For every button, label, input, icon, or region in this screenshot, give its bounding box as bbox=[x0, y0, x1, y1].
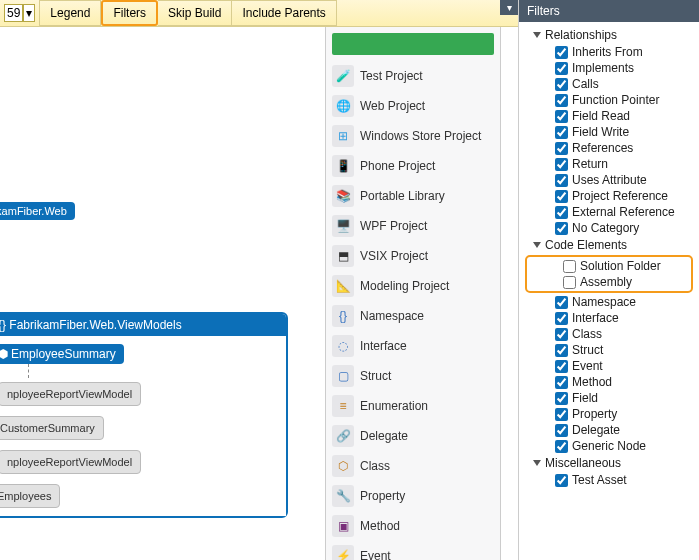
section-misc[interactable]: Miscellaneous bbox=[519, 454, 699, 472]
filter-checkbox[interactable] bbox=[555, 312, 568, 325]
filter-label[interactable]: Return bbox=[572, 157, 608, 171]
filter-checkbox[interactable] bbox=[555, 158, 568, 171]
project-type-item[interactable]: {}Namespace bbox=[326, 301, 500, 331]
filter-checkbox[interactable] bbox=[555, 110, 568, 123]
zoom-combo[interactable]: 59▾ bbox=[0, 0, 39, 26]
filter-label[interactable]: Interface bbox=[572, 311, 619, 325]
project-type-item[interactable]: 🌐Web Project bbox=[326, 91, 500, 121]
filter-checkbox[interactable] bbox=[555, 222, 568, 235]
project-type-item[interactable]: ⬒VSIX Project bbox=[326, 241, 500, 271]
filter-label[interactable]: References bbox=[572, 141, 633, 155]
project-type-item[interactable]: 📐Modeling Project bbox=[326, 271, 500, 301]
filter-label[interactable]: Calls bbox=[572, 77, 599, 91]
filter-checkbox-row: Implements bbox=[519, 60, 699, 76]
project-type-item[interactable]: 📱Phone Project bbox=[326, 151, 500, 181]
project-type-item[interactable]: ⊞Windows Store Project bbox=[326, 121, 500, 151]
filter-label[interactable]: No Category bbox=[572, 221, 639, 235]
container-viewmodels[interactable]: {} FabrikamFiber.Web.ViewModels ⬢ Employ… bbox=[0, 312, 288, 518]
filter-checkbox[interactable] bbox=[555, 62, 568, 75]
node-web[interactable]: akamFiber.Web bbox=[0, 202, 75, 220]
filter-checkbox[interactable] bbox=[563, 260, 576, 273]
node-report-vm-1[interactable]: nployeeReportViewModel bbox=[0, 382, 141, 406]
node-customer-summary[interactable]: tCustomerSummary bbox=[0, 416, 104, 440]
filter-label[interactable]: Solution Folder bbox=[580, 259, 661, 273]
filter-checkbox[interactable] bbox=[555, 392, 568, 405]
filter-label[interactable]: Struct bbox=[572, 343, 603, 357]
project-type-item[interactable]: 🔧Property bbox=[326, 481, 500, 511]
class-icon: ⬢ bbox=[0, 347, 8, 361]
filter-checkbox-row: Inherits From bbox=[519, 44, 699, 60]
filters-button[interactable]: Filters bbox=[101, 0, 158, 26]
filter-checkbox[interactable] bbox=[555, 408, 568, 421]
filter-label[interactable]: Event bbox=[572, 359, 603, 373]
node-report-vm-2[interactable]: nployeeReportViewModel bbox=[0, 450, 141, 474]
project-type-item[interactable]: ◌Interface bbox=[326, 331, 500, 361]
project-type-item[interactable]: 📚Portable Library bbox=[326, 181, 500, 211]
filter-label[interactable]: Property bbox=[572, 407, 617, 421]
filter-label[interactable]: Assembly bbox=[580, 275, 632, 289]
project-type-item[interactable]: 🖥️WPF Project bbox=[326, 211, 500, 241]
filter-checkbox[interactable] bbox=[555, 296, 568, 309]
filter-label[interactable]: Function Pointer bbox=[572, 93, 659, 107]
filter-checkbox[interactable] bbox=[555, 190, 568, 203]
panel-dropdown-icon[interactable]: ▾ bbox=[500, 0, 518, 15]
filter-label[interactable]: Uses Attribute bbox=[572, 173, 647, 187]
filter-label[interactable]: Field Read bbox=[572, 109, 630, 123]
filter-label[interactable]: Field Write bbox=[572, 125, 629, 139]
project-types-panel: 🧪Test Project🌐Web Project⊞Windows Store … bbox=[325, 27, 501, 560]
code-map-canvas[interactable]: akamFiber.Web {} FabrikamFiber.Web.ViewM… bbox=[0, 27, 325, 560]
filter-label[interactable]: Generic Node bbox=[572, 439, 646, 453]
legend-button[interactable]: Legend bbox=[39, 0, 101, 26]
project-type-item[interactable]: ▣Method bbox=[326, 511, 500, 541]
filter-label[interactable]: Field bbox=[572, 391, 598, 405]
project-type-highlight[interactable] bbox=[332, 33, 494, 55]
filter-checkbox-row: External Reference bbox=[519, 204, 699, 220]
container-header[interactable]: {} FabrikamFiber.Web.ViewModels bbox=[0, 314, 286, 336]
filter-checkbox-row: Struct bbox=[519, 342, 699, 358]
project-type-item[interactable]: 🧪Test Project bbox=[326, 61, 500, 91]
project-type-item[interactable]: ⬡Class bbox=[326, 451, 500, 481]
skip-build-button[interactable]: Skip Build bbox=[158, 0, 232, 26]
node-employees[interactable]: Employees bbox=[0, 484, 60, 508]
filter-label[interactable]: Class bbox=[572, 327, 602, 341]
filter-checkbox[interactable] bbox=[555, 376, 568, 389]
section-code-elements[interactable]: Code Elements bbox=[519, 236, 699, 254]
project-type-item[interactable]: ≡Enumeration bbox=[326, 391, 500, 421]
filters-body: Relationships Inherits FromImplementsCal… bbox=[519, 22, 699, 560]
project-type-label: Portable Library bbox=[360, 189, 445, 203]
filter-checkbox-row: Generic Node bbox=[519, 438, 699, 454]
filters-panel-title: Filters bbox=[519, 0, 699, 22]
include-parents-button[interactable]: Include Parents bbox=[232, 0, 336, 26]
filter-checkbox[interactable] bbox=[555, 142, 568, 155]
project-type-icon: 📱 bbox=[332, 155, 354, 177]
filter-checkbox[interactable] bbox=[555, 360, 568, 373]
filter-checkbox[interactable] bbox=[563, 276, 576, 289]
filter-label[interactable]: Delegate bbox=[572, 423, 620, 437]
filter-label[interactable]: Implements bbox=[572, 61, 634, 75]
filter-label[interactable]: External Reference bbox=[572, 205, 675, 219]
filter-label[interactable]: Test Asset bbox=[572, 473, 627, 487]
project-type-item[interactable]: ▢Struct bbox=[326, 361, 500, 391]
project-type-label: Enumeration bbox=[360, 399, 428, 413]
filter-checkbox-row: References bbox=[519, 140, 699, 156]
filter-checkbox[interactable] bbox=[555, 78, 568, 91]
filter-checkbox[interactable] bbox=[555, 474, 568, 487]
project-type-item[interactable]: ⚡Event bbox=[326, 541, 500, 560]
filter-label[interactable]: Namespace bbox=[572, 295, 636, 309]
filter-checkbox[interactable] bbox=[555, 424, 568, 437]
filter-checkbox[interactable] bbox=[555, 328, 568, 341]
filter-checkbox[interactable] bbox=[555, 206, 568, 219]
filter-checkbox[interactable] bbox=[555, 94, 568, 107]
node-employee-summary[interactable]: ⬢ EmployeeSummary bbox=[0, 344, 124, 364]
filter-checkbox[interactable] bbox=[555, 440, 568, 453]
project-type-icon: 🔗 bbox=[332, 425, 354, 447]
project-type-item[interactable]: 🔗Delegate bbox=[326, 421, 500, 451]
filter-checkbox[interactable] bbox=[555, 174, 568, 187]
filter-checkbox[interactable] bbox=[555, 344, 568, 357]
filter-label[interactable]: Project Reference bbox=[572, 189, 668, 203]
filter-label[interactable]: Inherits From bbox=[572, 45, 643, 59]
section-relationships[interactable]: Relationships bbox=[519, 26, 699, 44]
filter-checkbox[interactable] bbox=[555, 46, 568, 59]
filter-checkbox[interactable] bbox=[555, 126, 568, 139]
filter-label[interactable]: Method bbox=[572, 375, 612, 389]
